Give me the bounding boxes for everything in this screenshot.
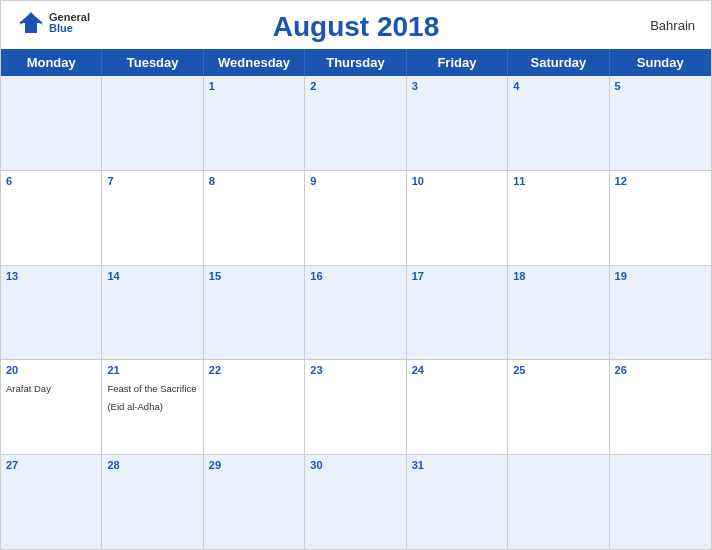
event-label: Feast of the Sacrifice (Eid al-Adha) [107,383,196,412]
day-cell: 21Feast of the Sacrifice (Eid al-Adha) [102,360,203,454]
day-cell: 10 [407,171,508,265]
day-number: 17 [412,270,502,282]
day-cell: 29 [204,455,305,549]
day-number: 11 [513,175,603,187]
day-number: 18 [513,270,603,282]
country-label: Bahrain [650,18,695,33]
day-cell: 13 [1,266,102,360]
day-cell [1,76,102,170]
day-cell: 31 [407,455,508,549]
day-number: 8 [209,175,299,187]
day-number: 28 [107,459,197,471]
calendar-grid: MondayTuesdayWednesdayThursdayFridaySatu… [1,49,711,549]
day-cell: 4 [508,76,609,170]
day-number: 10 [412,175,502,187]
logo-text: General Blue [49,12,90,34]
day-number: 27 [6,459,96,471]
day-cell: 3 [407,76,508,170]
event-label: Arafat Day [6,383,51,394]
day-cell: 15 [204,266,305,360]
day-cell: 28 [102,455,203,549]
day-cell: 11 [508,171,609,265]
day-cell: 12 [610,171,711,265]
day-cell: 30 [305,455,406,549]
day-header-friday: Friday [407,49,508,76]
day-cell: 18 [508,266,609,360]
day-number: 12 [615,175,706,187]
day-number: 26 [615,364,706,376]
day-cell: 16 [305,266,406,360]
day-cell: 25 [508,360,609,454]
day-number: 24 [412,364,502,376]
weeks-container: 1234567891011121314151617181920Arafat Da… [1,76,711,549]
day-header-thursday: Thursday [305,49,406,76]
day-headers-row: MondayTuesdayWednesdayThursdayFridaySatu… [1,49,711,76]
day-number: 2 [310,80,400,92]
day-cell [508,455,609,549]
day-number: 31 [412,459,502,471]
week-row: 20Arafat Day21Feast of the Sacrifice (Ei… [1,360,711,455]
day-cell: 1 [204,76,305,170]
day-number: 21 [107,364,197,376]
day-cell: 22 [204,360,305,454]
day-number: 20 [6,364,96,376]
day-number: 13 [6,270,96,282]
day-number: 1 [209,80,299,92]
day-cell: 27 [1,455,102,549]
day-cell [610,455,711,549]
week-row: 6789101112 [1,171,711,266]
day-header-sunday: Sunday [610,49,711,76]
day-number: 22 [209,364,299,376]
day-number: 30 [310,459,400,471]
logo-blue: Blue [49,23,90,34]
day-number: 6 [6,175,96,187]
calendar: General Blue August 2018 Bahrain MondayT… [0,0,712,550]
day-number: 14 [107,270,197,282]
day-number: 15 [209,270,299,282]
week-row: 12345 [1,76,711,171]
day-cell: 8 [204,171,305,265]
logo-bird-icon [17,9,45,37]
day-number: 5 [615,80,706,92]
day-cell: 20Arafat Day [1,360,102,454]
calendar-header: General Blue August 2018 Bahrain [1,1,711,49]
day-number: 23 [310,364,400,376]
day-cell: 24 [407,360,508,454]
day-cell: 19 [610,266,711,360]
day-header-wednesday: Wednesday [204,49,305,76]
day-cell: 9 [305,171,406,265]
day-cell: 5 [610,76,711,170]
day-header-tuesday: Tuesday [102,49,203,76]
week-row: 2728293031 [1,455,711,549]
day-number: 7 [107,175,197,187]
day-cell [102,76,203,170]
day-number: 16 [310,270,400,282]
day-header-saturday: Saturday [508,49,609,76]
day-cell: 14 [102,266,203,360]
week-row: 13141516171819 [1,266,711,361]
day-cell: 6 [1,171,102,265]
calendar-title: August 2018 [273,11,440,43]
day-number: 4 [513,80,603,92]
day-cell: 23 [305,360,406,454]
day-number: 9 [310,175,400,187]
day-cell: 26 [610,360,711,454]
logo: General Blue [17,9,90,37]
day-number: 19 [615,270,706,282]
day-cell: 17 [407,266,508,360]
day-number: 25 [513,364,603,376]
day-number: 3 [412,80,502,92]
day-cell: 7 [102,171,203,265]
day-cell: 2 [305,76,406,170]
day-number: 29 [209,459,299,471]
day-header-monday: Monday [1,49,102,76]
